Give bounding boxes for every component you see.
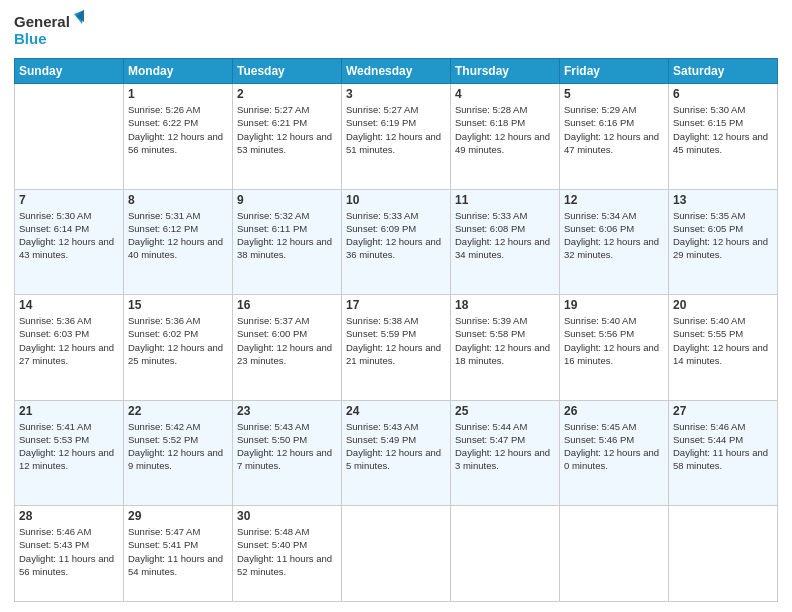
day-number: 4 [455, 87, 555, 101]
day-number: 27 [673, 404, 773, 418]
calendar-cell: 17 Sunrise: 5:38 AM Sunset: 5:59 PM Dayl… [342, 295, 451, 401]
calendar-cell: 21 Sunrise: 5:41 AM Sunset: 5:53 PM Dayl… [15, 400, 124, 506]
calendar-cell: 24 Sunrise: 5:43 AM Sunset: 5:49 PM Dayl… [342, 400, 451, 506]
calendar-cell: 25 Sunrise: 5:44 AM Sunset: 5:47 PM Dayl… [451, 400, 560, 506]
day-info: Sunrise: 5:44 AM Sunset: 5:47 PM Dayligh… [455, 420, 555, 473]
calendar-week-1: 1 Sunrise: 5:26 AM Sunset: 6:22 PM Dayli… [15, 84, 778, 190]
calendar-cell: 1 Sunrise: 5:26 AM Sunset: 6:22 PM Dayli… [124, 84, 233, 190]
calendar-table: SundayMondayTuesdayWednesdayThursdayFrid… [14, 58, 778, 602]
logo-svg: General Blue [14, 10, 84, 50]
calendar-header-friday: Friday [560, 59, 669, 84]
day-info: Sunrise: 5:34 AM Sunset: 6:06 PM Dayligh… [564, 209, 664, 262]
day-number: 7 [19, 193, 119, 207]
calendar-cell [451, 506, 560, 602]
calendar-cell: 30 Sunrise: 5:48 AM Sunset: 5:40 PM Dayl… [233, 506, 342, 602]
day-number: 25 [455, 404, 555, 418]
day-number: 22 [128, 404, 228, 418]
day-number: 15 [128, 298, 228, 312]
calendar-cell: 29 Sunrise: 5:47 AM Sunset: 5:41 PM Dayl… [124, 506, 233, 602]
day-info: Sunrise: 5:41 AM Sunset: 5:53 PM Dayligh… [19, 420, 119, 473]
header: General Blue [14, 10, 778, 50]
calendar-week-2: 7 Sunrise: 5:30 AM Sunset: 6:14 PM Dayli… [15, 189, 778, 295]
day-info: Sunrise: 5:38 AM Sunset: 5:59 PM Dayligh… [346, 314, 446, 367]
day-info: Sunrise: 5:42 AM Sunset: 5:52 PM Dayligh… [128, 420, 228, 473]
day-info: Sunrise: 5:30 AM Sunset: 6:15 PM Dayligh… [673, 103, 773, 156]
day-info: Sunrise: 5:40 AM Sunset: 5:56 PM Dayligh… [564, 314, 664, 367]
page: General Blue SundayMondayTuesdayWednesda… [0, 0, 792, 612]
day-number: 14 [19, 298, 119, 312]
calendar-cell: 12 Sunrise: 5:34 AM Sunset: 6:06 PM Dayl… [560, 189, 669, 295]
calendar-week-3: 14 Sunrise: 5:36 AM Sunset: 6:03 PM Dayl… [15, 295, 778, 401]
day-number: 1 [128, 87, 228, 101]
day-number: 5 [564, 87, 664, 101]
day-info: Sunrise: 5:35 AM Sunset: 6:05 PM Dayligh… [673, 209, 773, 262]
day-number: 19 [564, 298, 664, 312]
calendar-header-tuesday: Tuesday [233, 59, 342, 84]
calendar-cell [560, 506, 669, 602]
day-number: 13 [673, 193, 773, 207]
calendar-header-row: SundayMondayTuesdayWednesdayThursdayFrid… [15, 59, 778, 84]
day-info: Sunrise: 5:37 AM Sunset: 6:00 PM Dayligh… [237, 314, 337, 367]
day-number: 8 [128, 193, 228, 207]
calendar-week-4: 21 Sunrise: 5:41 AM Sunset: 5:53 PM Dayl… [15, 400, 778, 506]
day-number: 24 [346, 404, 446, 418]
day-info: Sunrise: 5:31 AM Sunset: 6:12 PM Dayligh… [128, 209, 228, 262]
calendar-cell: 10 Sunrise: 5:33 AM Sunset: 6:09 PM Dayl… [342, 189, 451, 295]
day-info: Sunrise: 5:26 AM Sunset: 6:22 PM Dayligh… [128, 103, 228, 156]
day-info: Sunrise: 5:46 AM Sunset: 5:44 PM Dayligh… [673, 420, 773, 473]
calendar-cell: 3 Sunrise: 5:27 AM Sunset: 6:19 PM Dayli… [342, 84, 451, 190]
calendar-header-wednesday: Wednesday [342, 59, 451, 84]
day-info: Sunrise: 5:46 AM Sunset: 5:43 PM Dayligh… [19, 525, 119, 578]
day-info: Sunrise: 5:43 AM Sunset: 5:50 PM Dayligh… [237, 420, 337, 473]
day-info: Sunrise: 5:27 AM Sunset: 6:21 PM Dayligh… [237, 103, 337, 156]
day-info: Sunrise: 5:39 AM Sunset: 5:58 PM Dayligh… [455, 314, 555, 367]
calendar-cell [15, 84, 124, 190]
calendar-cell: 14 Sunrise: 5:36 AM Sunset: 6:03 PM Dayl… [15, 295, 124, 401]
calendar-cell: 28 Sunrise: 5:46 AM Sunset: 5:43 PM Dayl… [15, 506, 124, 602]
day-number: 3 [346, 87, 446, 101]
day-number: 12 [564, 193, 664, 207]
calendar-cell: 27 Sunrise: 5:46 AM Sunset: 5:44 PM Dayl… [669, 400, 778, 506]
day-info: Sunrise: 5:33 AM Sunset: 6:09 PM Dayligh… [346, 209, 446, 262]
calendar-cell: 20 Sunrise: 5:40 AM Sunset: 5:55 PM Dayl… [669, 295, 778, 401]
day-number: 10 [346, 193, 446, 207]
calendar-cell: 15 Sunrise: 5:36 AM Sunset: 6:02 PM Dayl… [124, 295, 233, 401]
calendar-cell: 22 Sunrise: 5:42 AM Sunset: 5:52 PM Dayl… [124, 400, 233, 506]
day-number: 18 [455, 298, 555, 312]
day-number: 9 [237, 193, 337, 207]
calendar-header-sunday: Sunday [15, 59, 124, 84]
logo: General Blue [14, 10, 84, 50]
calendar-cell: 23 Sunrise: 5:43 AM Sunset: 5:50 PM Dayl… [233, 400, 342, 506]
day-number: 6 [673, 87, 773, 101]
day-info: Sunrise: 5:33 AM Sunset: 6:08 PM Dayligh… [455, 209, 555, 262]
day-number: 28 [19, 509, 119, 523]
day-number: 21 [19, 404, 119, 418]
calendar-cell: 13 Sunrise: 5:35 AM Sunset: 6:05 PM Dayl… [669, 189, 778, 295]
calendar-header-thursday: Thursday [451, 59, 560, 84]
day-info: Sunrise: 5:30 AM Sunset: 6:14 PM Dayligh… [19, 209, 119, 262]
calendar-cell: 4 Sunrise: 5:28 AM Sunset: 6:18 PM Dayli… [451, 84, 560, 190]
calendar-cell: 2 Sunrise: 5:27 AM Sunset: 6:21 PM Dayli… [233, 84, 342, 190]
calendar-cell: 16 Sunrise: 5:37 AM Sunset: 6:00 PM Dayl… [233, 295, 342, 401]
day-info: Sunrise: 5:48 AM Sunset: 5:40 PM Dayligh… [237, 525, 337, 578]
calendar-cell: 18 Sunrise: 5:39 AM Sunset: 5:58 PM Dayl… [451, 295, 560, 401]
day-info: Sunrise: 5:47 AM Sunset: 5:41 PM Dayligh… [128, 525, 228, 578]
calendar-cell [342, 506, 451, 602]
day-number: 11 [455, 193, 555, 207]
day-info: Sunrise: 5:28 AM Sunset: 6:18 PM Dayligh… [455, 103, 555, 156]
day-number: 17 [346, 298, 446, 312]
calendar-cell: 19 Sunrise: 5:40 AM Sunset: 5:56 PM Dayl… [560, 295, 669, 401]
calendar-header-saturday: Saturday [669, 59, 778, 84]
day-info: Sunrise: 5:36 AM Sunset: 6:02 PM Dayligh… [128, 314, 228, 367]
day-info: Sunrise: 5:32 AM Sunset: 6:11 PM Dayligh… [237, 209, 337, 262]
day-number: 23 [237, 404, 337, 418]
calendar-cell: 6 Sunrise: 5:30 AM Sunset: 6:15 PM Dayli… [669, 84, 778, 190]
day-number: 29 [128, 509, 228, 523]
calendar-cell: 7 Sunrise: 5:30 AM Sunset: 6:14 PM Dayli… [15, 189, 124, 295]
day-number: 16 [237, 298, 337, 312]
calendar-cell [669, 506, 778, 602]
day-info: Sunrise: 5:45 AM Sunset: 5:46 PM Dayligh… [564, 420, 664, 473]
calendar-cell: 5 Sunrise: 5:29 AM Sunset: 6:16 PM Dayli… [560, 84, 669, 190]
day-info: Sunrise: 5:29 AM Sunset: 6:16 PM Dayligh… [564, 103, 664, 156]
calendar-cell: 8 Sunrise: 5:31 AM Sunset: 6:12 PM Dayli… [124, 189, 233, 295]
